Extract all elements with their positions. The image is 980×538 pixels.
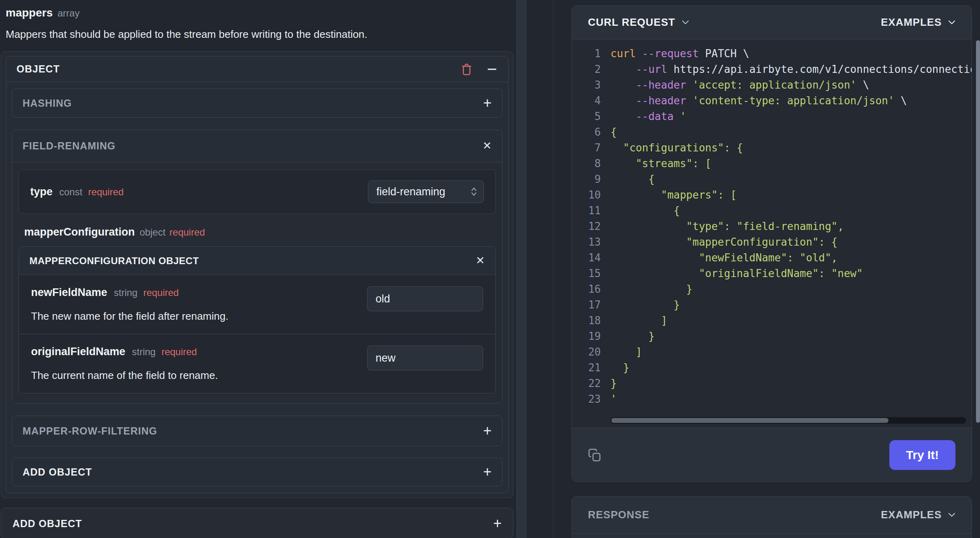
chevron-down-icon [948,20,955,25]
code-line: 15 "originalFieldName": "new" [572,266,972,281]
plus-icon: + [483,424,492,438]
original-field-name-input[interactable] [367,346,483,370]
code-line: 16 } [572,281,972,297]
code-text: --data ' [610,109,686,124]
property-meta: string [132,346,156,357]
page-scrollbar[interactable] [976,40,980,423]
curl-request-title: CURL REQUEST [588,16,675,29]
line-number: 9 [572,172,601,187]
code-text: } [610,297,680,313]
code-line: 7 "configurations": { [572,140,972,156]
add-object-button-outer[interactable]: ADD OBJECT + [1,508,513,538]
examples-label: EXAMPLES [881,509,942,521]
schema-panel: mappers array Mappers that should be app… [1,0,513,538]
line-number: 12 [572,219,601,234]
code-line: 20 ] [572,344,972,360]
mappers-array-container: OBJECT HASHING + [1,51,513,498]
code-text: ] [610,313,667,329]
required-badge: required [88,186,124,197]
line-number: 7 [572,140,601,156]
code-text: } [610,281,693,297]
field-heading: mappers array [1,0,513,19]
field-renaming-section: FIELD-RENAMING ✕ type const required [12,130,502,404]
response-examples-dropdown[interactable]: EXAMPLES [881,509,955,521]
line-number: 5 [572,109,601,124]
hashing-section[interactable]: HASHING + [12,89,502,118]
plus-icon: + [483,96,492,110]
try-it-button[interactable]: Try It! [889,440,955,470]
property-name: newFieldName [31,286,107,298]
code-text: "configurations": { [610,140,743,156]
line-number: 18 [572,313,601,329]
code-horizontal-scrollbar-thumb[interactable] [611,418,889,423]
line-number: 19 [572,329,601,344]
add-object-button-inner[interactable]: ADD OBJECT + [12,457,502,486]
property-name: type [30,186,53,198]
type-property-row: type const required field-renaming [19,170,496,214]
code-line: 13 "mapperConfiguration": { [572,234,972,250]
code-text: "originalFieldName": "new" [610,266,863,281]
code-line: 17 } [572,297,972,313]
field-type-badge: array [58,8,80,19]
close-icon: ✕ [482,141,492,151]
curl-examples-dropdown[interactable]: EXAMPLES [881,16,955,29]
curl-request-dropdown[interactable]: CURL REQUEST [588,16,689,29]
required-badge: required [162,346,197,357]
delete-object-button[interactable] [461,63,473,76]
line-number: 1 [572,46,601,62]
new-field-name-input[interactable] [367,286,483,311]
field-renaming-title: FIELD-RENAMING [23,140,116,152]
line-number: 10 [572,187,601,203]
object-card-body: HASHING + FIELD-RENAMING ✕ type [6,82,508,493]
code-line: 2 --url https://api.airbyte.com/v1/conne… [572,62,972,77]
line-number: 2 [572,62,601,77]
remove-mapper-configuration-button[interactable]: ✕ [475,255,485,266]
type-select[interactable]: field-renaming [368,180,484,203]
code-text: { [610,172,655,187]
left-panel-scrollbar[interactable] [517,0,526,538]
curl-request-panel: CURL REQUEST EXAMPLES 1curl --request PA… [571,5,972,482]
property-description: The current name of the field to rename. [31,369,218,382]
line-number: 22 [572,376,601,391]
hashing-title: HASHING [23,97,72,109]
code-line: 5 --data ' [572,109,972,124]
code-line: 14 "newFieldName": "old", [572,250,972,266]
response-header: RESPONSE EXAMPLES [572,497,972,534]
curl-request-header: CURL REQUEST EXAMPLES [572,6,972,39]
code-line: 22} [572,376,972,391]
code-text: { [610,124,617,140]
mapper-configuration-label: mapperConfiguration object required [24,226,490,238]
select-chevrons-icon [471,186,477,197]
code-text: "mapperConfiguration": { [610,234,838,250]
plus-icon: + [493,516,502,531]
trash-icon [461,63,473,76]
property-name: mapperConfiguration [24,226,135,238]
code-text: --header 'accept: application/json' \ [610,77,869,93]
new-field-name-row: newFieldName string required The new nam… [19,275,495,334]
mapper-row-filtering-title: MAPPER-ROW-FILTERING [23,425,157,437]
line-number: 23 [572,391,601,407]
object-card-title: OBJECT [17,63,60,75]
type-select-value: field-renaming [376,186,445,198]
code-line: 12 "type": "field-renaming", [572,219,972,234]
collapse-object-button[interactable] [486,64,498,75]
code-text: } [610,360,629,376]
line-number: 14 [572,250,601,266]
remove-field-renaming-button[interactable]: ✕ [482,141,492,151]
code-text: "type": "field-renaming", [610,219,844,234]
field-name: mappers [6,6,53,19]
mapper-configuration-body: newFieldName string required The new nam… [19,275,495,393]
copy-code-button[interactable] [588,448,602,462]
line-number: 8 [572,156,601,172]
response-title: RESPONSE [588,509,650,521]
object-card: OBJECT HASHING + [6,56,509,493]
chevron-down-icon [682,20,689,25]
add-object-label: ADD OBJECT [12,518,82,530]
examples-label: EXAMPLES [881,16,942,29]
close-icon: ✕ [475,255,485,266]
line-number: 4 [572,93,601,109]
mapper-row-filtering-section[interactable]: MAPPER-ROW-FILTERING + [12,416,502,446]
field-description: Mappers that should be applied to the st… [1,19,513,41]
line-number: 21 [572,360,601,376]
code-text: { [610,203,680,219]
